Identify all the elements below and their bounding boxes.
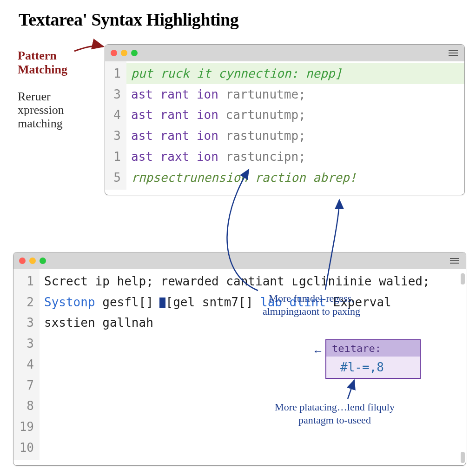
- text-cursor: [159, 298, 165, 308]
- minimize-icon[interactable]: [29, 258, 36, 264]
- code-line: help;: [117, 274, 153, 288]
- code-line: rпpsectrunension raction abrep!: [131, 171, 357, 185]
- code-line: rewarded cantiant: [160, 274, 284, 288]
- close-icon[interactable]: [19, 258, 26, 264]
- hamburger-icon[interactable]: [449, 50, 458, 56]
- page-title: Textarea' Syntax Highlighting: [0, 0, 476, 30]
- annotation-more-fumdel: More fumdel-regess, almıpingıaont to pax…: [237, 292, 386, 317]
- maximize-icon[interactable]: [40, 258, 46, 264]
- titlebar: [13, 252, 466, 269]
- code-line: sxstien gallnah: [44, 316, 153, 330]
- code-line: Screct ip: [44, 274, 110, 288]
- code-line: Systonp gesfl[]: [44, 295, 153, 309]
- hamburger-icon[interactable]: [450, 258, 459, 264]
- code-line: ʟgcliniinie walied;: [291, 274, 430, 288]
- titlebar: [105, 45, 464, 61]
- code-line: ast rant ion cartunutmp;: [131, 108, 306, 122]
- scrollbar[interactable]: [461, 452, 465, 463]
- label-pattern-matching: Pattern Matching: [18, 49, 92, 77]
- code-line: ast rant ion rastunutmp;: [131, 129, 306, 143]
- close-icon[interactable]: [111, 50, 117, 56]
- scrollbar[interactable]: [461, 273, 465, 284]
- label-reruer-expression: Reruer xpression matching: [18, 90, 92, 130]
- code-line: put ruck it cynnection: nepp]: [126, 63, 464, 84]
- line-gutter: 1 3 4 3 1 5: [105, 61, 126, 190]
- code-chip: teıtare: #l-=,8: [325, 339, 421, 379]
- chip-body: #l-=,8: [326, 357, 420, 378]
- arrow-left-icon: ←: [312, 345, 324, 357]
- code-line: ast rant ion rartunutme;: [131, 87, 306, 101]
- traffic-lights: [111, 50, 138, 56]
- editor-window-top: 1 3 4 3 1 5 put ruck it cynnection: nepp…: [105, 44, 465, 195]
- maximize-icon[interactable]: [131, 50, 138, 56]
- traffic-lights: [19, 258, 46, 264]
- code-line: ast raxt ion rastuncipn;: [131, 150, 306, 164]
- line-gutter: 1 2 3 3 4 7 8 19 10: [13, 269, 40, 460]
- minimize-icon[interactable]: [121, 50, 127, 56]
- code-area[interactable]: 1 3 4 3 1 5 put ruck it cynnection: nepp…: [105, 61, 464, 190]
- chip-header: teıtare:: [326, 340, 420, 357]
- annotation-more-platacing: More platacing…lend filquly pantagm to-u…: [253, 401, 416, 426]
